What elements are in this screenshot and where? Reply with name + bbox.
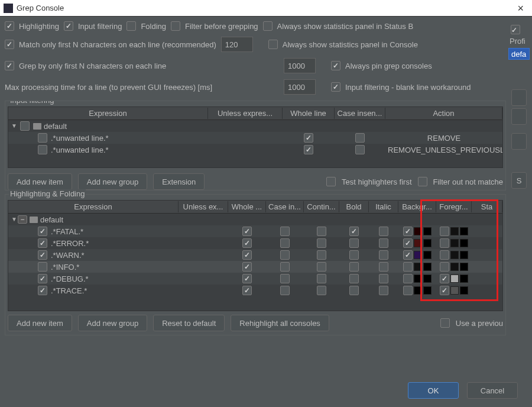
right-button-3[interactable] (511, 133, 527, 150)
row-background-checkbox[interactable] (403, 286, 413, 295)
table-row[interactable]: .*INFO.* (8, 261, 502, 273)
foreground-swatch[interactable] (450, 251, 459, 259)
row-whole-checkbox[interactable] (242, 262, 252, 272)
col-foreground[interactable]: Foregr... (436, 201, 472, 212)
row-background-checkbox[interactable] (403, 227, 413, 236)
filter-out-checkbox[interactable] (418, 177, 427, 186)
background-swatch-2[interactable] (423, 263, 432, 271)
filter-before-grepping-checkbox[interactable] (171, 21, 180, 31)
col-case[interactable]: Case in... (266, 201, 304, 212)
highlighting-checkbox[interactable] (5, 21, 14, 31)
row-whole-checkbox[interactable] (242, 286, 252, 295)
row-italic-checkbox[interactable] (379, 227, 388, 236)
row-case-checkbox[interactable] (280, 238, 290, 248)
row-action[interactable]: REMOVE (385, 134, 502, 143)
table-row[interactable]: .*unwanted line.* REMOVE_UNLESS_PREVIOUS… (8, 144, 502, 156)
row-bold-checkbox[interactable] (349, 227, 359, 236)
row-foreground-checkbox[interactable] (440, 227, 449, 236)
row-enable-checkbox[interactable] (38, 274, 47, 283)
table-row[interactable]: .*FATAL.* (8, 225, 502, 237)
row-enable-checkbox[interactable] (38, 145, 47, 154)
table-row[interactable]: .*unwanted line.* REMOVE (8, 132, 502, 144)
group-row[interactable]: ▼ default (8, 120, 502, 132)
row-bold-checkbox[interactable] (349, 274, 359, 283)
col-bold[interactable]: Bold (339, 201, 369, 212)
group-enable-checkbox[interactable] (20, 121, 30, 131)
row-case-checkbox[interactable] (280, 286, 290, 295)
test-highlighters-first-checkbox[interactable] (326, 177, 336, 186)
foreground-swatch-2[interactable] (460, 263, 468, 271)
row-whole-checkbox[interactable] (242, 227, 252, 236)
max-processing-input[interactable] (284, 79, 316, 95)
table-row[interactable]: .*ERROR.* (8, 237, 502, 249)
use-previous-checkbox[interactable] (440, 318, 450, 328)
col-case-insen[interactable]: Case insen... (335, 108, 385, 119)
rehighlight-all-button[interactable]: Rehighlight all consoles (231, 315, 329, 331)
background-swatch-2[interactable] (423, 227, 432, 235)
background-swatch[interactable] (414, 263, 422, 271)
collapse-icon[interactable]: − (18, 215, 27, 224)
row-case-checkbox[interactable] (355, 133, 365, 143)
row-enable-checkbox[interactable] (38, 286, 47, 295)
right-button-1[interactable] (511, 89, 527, 106)
row-whole-checkbox[interactable] (242, 250, 252, 260)
grep-first-n-input[interactable] (284, 58, 316, 73)
row-case-checkbox[interactable] (280, 250, 290, 260)
foreground-swatch-2[interactable] (460, 239, 468, 247)
match-first-n-checkbox[interactable] (5, 40, 14, 49)
group-row[interactable]: ▼ − default (8, 214, 502, 225)
profiles-selected[interactable]: defa (508, 48, 530, 60)
input-filtering-checkbox[interactable] (64, 21, 73, 31)
row-contin-checkbox[interactable] (317, 286, 326, 295)
foreground-swatch[interactable] (450, 263, 459, 271)
ok-button[interactable]: OK (408, 382, 459, 399)
row-bold-checkbox[interactable] (349, 262, 359, 272)
extension-button[interactable]: Extension (153, 173, 205, 190)
foreground-swatch-2[interactable] (460, 286, 468, 295)
foreground-swatch[interactable] (450, 286, 459, 295)
row-bold-checkbox[interactable] (349, 250, 359, 260)
row-enable-checkbox[interactable] (38, 238, 47, 248)
row-whole-line-checkbox[interactable] (304, 145, 313, 154)
background-swatch[interactable] (414, 239, 422, 247)
col-whole[interactable]: Whole ... (228, 201, 266, 212)
row-italic-checkbox[interactable] (379, 274, 388, 283)
row-foreground-checkbox[interactable] (440, 274, 449, 283)
expand-icon[interactable]: ▼ (11, 216, 18, 222)
always-pin-checkbox[interactable] (331, 61, 340, 70)
row-contin-checkbox[interactable] (317, 250, 326, 260)
row-enable-checkbox[interactable] (38, 227, 47, 236)
col-sta[interactable]: Sta (472, 201, 502, 212)
background-swatch[interactable] (414, 251, 422, 259)
row-action[interactable]: REMOVE_UNLESS_PREVIOUSLY (385, 146, 502, 154)
row-foreground-checkbox[interactable] (440, 238, 449, 248)
foreground-swatch-2[interactable] (460, 251, 468, 259)
row-italic-checkbox[interactable] (379, 250, 388, 260)
col-unless[interactable]: Unless expres... (208, 108, 283, 119)
foreground-swatch[interactable] (450, 239, 459, 247)
foreground-swatch-2[interactable] (460, 227, 468, 235)
row-case-checkbox[interactable] (280, 274, 290, 283)
add-new-group-button[interactable]: Add new group (78, 315, 147, 331)
row-italic-checkbox[interactable] (379, 286, 388, 295)
row-contin-checkbox[interactable] (317, 262, 326, 272)
row-case-checkbox[interactable] (280, 262, 290, 272)
row-contin-checkbox[interactable] (317, 227, 326, 236)
row-contin-checkbox[interactable] (317, 238, 326, 248)
background-swatch[interactable] (414, 286, 422, 295)
row-background-checkbox[interactable] (403, 238, 413, 248)
row-whole-line-checkbox[interactable] (304, 133, 313, 143)
row-contin-checkbox[interactable] (317, 274, 326, 283)
row-enable-checkbox[interactable] (38, 250, 47, 260)
background-swatch-2[interactable] (423, 286, 432, 295)
row-whole-checkbox[interactable] (242, 238, 252, 248)
background-swatch[interactable] (414, 274, 422, 283)
right-button-2[interactable] (511, 108, 527, 125)
row-background-checkbox[interactable] (403, 250, 413, 260)
table-row[interactable]: .*DEBUG.* (8, 273, 502, 285)
background-swatch-2[interactable] (423, 239, 432, 247)
foreground-swatch-2[interactable] (460, 274, 468, 283)
row-foreground-checkbox[interactable] (440, 286, 449, 295)
reset-to-default-button[interactable]: Reset to default (153, 315, 225, 331)
row-enable-checkbox[interactable] (38, 262, 47, 272)
